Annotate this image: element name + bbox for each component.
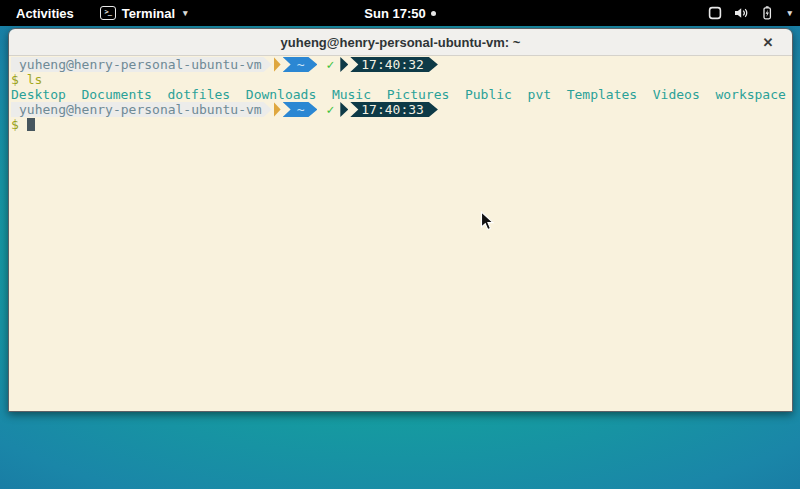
activities-button[interactable]: Activities	[10, 6, 80, 21]
powerline-arrow-icon	[340, 57, 348, 72]
close-icon: ✕	[763, 35, 774, 50]
prompt-line-1: yuheng@henry-personal-ubuntu-vm ~ ✓ 17:4…	[11, 57, 792, 72]
prompt-timestamp: 17:40:32	[350, 57, 438, 72]
window-title: yuheng@henry-personal-ubuntu-vm: ~	[281, 35, 521, 50]
powerline-arrow-icon	[340, 102, 348, 117]
volume-icon	[733, 5, 749, 21]
prompt-userhost: yuheng@henry-personal-ubuntu-vm	[11, 57, 272, 72]
prompt-timestamp: 17:40:33	[350, 102, 438, 117]
terminal-content[interactable]: yuheng@henry-personal-ubuntu-vm ~ ✓ 17:4…	[9, 56, 792, 411]
powerline-arrow-icon	[274, 102, 281, 117]
prompt-userhost: yuheng@henry-personal-ubuntu-vm	[11, 102, 272, 117]
terminal-cursor	[27, 118, 35, 131]
app-menu-label: Terminal	[122, 6, 175, 21]
prompt-path-segment: ~	[283, 102, 318, 117]
typed-command: ls	[27, 72, 43, 87]
chevron-down-icon: ▾	[183, 8, 188, 18]
mouse-pointer-icon	[480, 211, 497, 233]
chevron-down-icon: ▾	[787, 8, 792, 18]
window-titlebar[interactable]: yuheng@henry-personal-ubuntu-vm: ~ ✕	[9, 29, 792, 56]
system-status-area[interactable]: ▾	[707, 0, 792, 26]
prompt-path-segment: ~	[283, 57, 318, 72]
current-input-line: $	[11, 117, 792, 132]
check-icon: ✓	[326, 57, 334, 72]
close-button[interactable]: ✕	[758, 29, 778, 56]
screen-icon	[707, 5, 723, 21]
top-bar: Activities >_ Terminal ▾ Sun 17:50	[0, 0, 800, 26]
clock[interactable]: Sun 17:50	[364, 6, 425, 21]
desktop-wallpaper: Activities >_ Terminal ▾ Sun 17:50	[0, 0, 800, 489]
notification-dot-icon	[431, 11, 436, 16]
powerline-arrow-icon	[274, 57, 281, 72]
prompt-line-2: yuheng@henry-personal-ubuntu-vm ~ ✓ 17:4…	[11, 102, 792, 117]
terminal-app-icon: >_	[100, 6, 116, 20]
battery-charging-icon	[759, 5, 775, 21]
prompt-symbol: $	[11, 117, 19, 132]
file-listing: Desktop Documents dotfiles Downloads Mus…	[11, 87, 792, 102]
terminal-window: yuheng@henry-personal-ubuntu-vm: ~ ✕ yuh…	[8, 28, 793, 412]
app-menu-terminal[interactable]: >_ Terminal ▾	[100, 6, 188, 21]
command-line: $ ls	[11, 72, 792, 87]
check-icon: ✓	[326, 102, 334, 117]
prompt-symbol: $	[11, 72, 19, 87]
